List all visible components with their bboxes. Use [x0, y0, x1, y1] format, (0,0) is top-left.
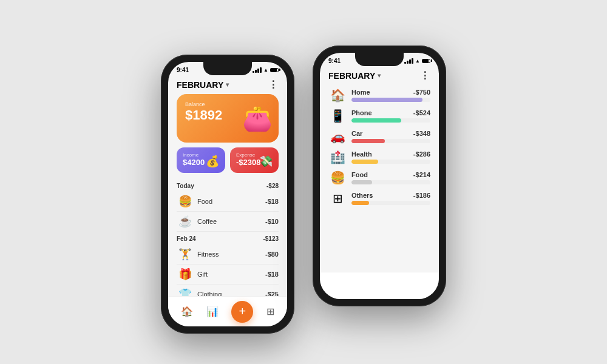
car-name: Car [351, 130, 362, 137]
category-phone[interactable]: 📱 Phone -$524 [328, 106, 430, 126]
category-car[interactable]: 🚗 Car -$348 [328, 126, 430, 147]
nav-chart-icon[interactable]: 📊 [206, 306, 219, 317]
left-month-label: FEBRUARY [177, 80, 223, 90]
car-category-icon: 🚗 [328, 129, 347, 144]
food-category-row: Food -$214 [351, 171, 430, 178]
phone-category-icon: 📱 [328, 109, 347, 123]
phone-bar-track [351, 118, 430, 123]
wifi-icon-left: ▲ [263, 67, 268, 73]
home-bar-track [351, 98, 430, 102]
status-time-left: 9:41 [177, 67, 189, 73]
home-bar-fill [351, 98, 422, 102]
right-phone: 9:41 ▲ FEBRUARY [313, 46, 446, 306]
right-month-label: FEBRUARY [328, 71, 375, 81]
status-time-right: 9:41 [328, 58, 341, 64]
health-amount: -$286 [413, 150, 430, 158]
others-name: Others [351, 192, 373, 199]
car-bar-fill [351, 139, 385, 143]
fab-add-button[interactable]: + [231, 301, 253, 323]
others-amount: -$186 [413, 192, 430, 199]
home-amount: -$750 [413, 89, 430, 96]
wallet-icon: 👛 [242, 104, 273, 133]
signal-bar-r3 [409, 59, 411, 64]
battery-left [270, 68, 279, 72]
balance-card: Balance $1892 👛 [177, 94, 279, 143]
transaction-gift[interactable]: 🎁 Gift -$18 [177, 265, 279, 285]
food-category-icon: 🍔 [328, 170, 347, 185]
today-total: -$28 [266, 183, 279, 189]
left-app-content: FEBRUARY ▾ ⋮ Balance $1892 👛 Income $420… [168, 75, 287, 326]
income-card: Income $4200 💰 [177, 147, 225, 173]
others-bar-fill [351, 201, 369, 205]
dots-menu-left[interactable]: ⋮ [268, 79, 279, 90]
gift-icon: 🎁 [177, 268, 194, 281]
feb24-label: Feb 24 [177, 235, 196, 242]
phone-category-info: Phone -$524 [351, 109, 430, 123]
food-name: Food [197, 198, 265, 205]
left-phone: 9:41 ▲ FEBRUARY [161, 55, 294, 334]
signal-bar-3 [257, 69, 259, 73]
chevron-down-icon-right: ▾ [378, 72, 381, 79]
others-category-row: Others -$186 [351, 192, 430, 199]
signal-bar-r4 [412, 58, 413, 64]
right-bottom-nav [320, 272, 439, 299]
signal-bar-4 [260, 67, 262, 73]
health-name: Health [351, 150, 372, 158]
dots-menu-right[interactable]: ⋮ [420, 70, 430, 81]
left-app-header: FEBRUARY ▾ ⋮ [177, 75, 279, 94]
feb24-total: -$123 [263, 235, 279, 242]
home-category-info: Home -$750 [351, 89, 430, 102]
income-icon: 💰 [206, 155, 219, 168]
right-phone-screen: 9:41 ▲ FEBRUARY [320, 53, 439, 299]
category-others[interactable]: ⊞ Others -$186 [328, 188, 430, 209]
food-bar-track [351, 180, 430, 184]
phone-amount: -$524 [413, 109, 430, 116]
coffee-name: Coffee [197, 218, 265, 225]
wifi-icon-right: ▲ [415, 58, 420, 64]
others-bar-track [351, 201, 430, 205]
food-category-info: Food -$214 [351, 171, 430, 184]
right-app-header: FEBRUARY ▾ ⋮ [328, 66, 430, 85]
right-app-content: FEBRUARY ▾ ⋮ 🏠 Home -$750 [320, 66, 439, 299]
today-section-header: Today -$28 [177, 179, 279, 192]
expense-card: Expense -$2308 💸 [230, 147, 279, 173]
coffee-icon: ☕ [177, 215, 194, 228]
coffee-amount: -$10 [265, 218, 279, 225]
home-category-icon: 🏠 [328, 88, 347, 103]
gift-amount: -$18 [265, 271, 279, 278]
category-food[interactable]: 🍔 Food -$214 [328, 167, 430, 188]
nav-grid-icon[interactable]: ⊞ [266, 306, 274, 317]
food-icon: 🍔 [177, 195, 194, 208]
nav-home-icon[interactable]: 🏠 [181, 306, 193, 317]
others-category-info: Others -$186 [351, 192, 430, 205]
health-category-icon: 🏥 [328, 150, 347, 164]
category-home[interactable]: 🏠 Home -$750 [328, 85, 430, 106]
others-category-icon: ⊞ [328, 191, 347, 206]
notch-left [203, 62, 252, 75]
expense-icon: 💸 [259, 155, 273, 168]
transaction-food[interactable]: 🍔 Food -$18 [177, 192, 279, 212]
car-category-info: Car -$348 [351, 130, 430, 143]
left-bottom-nav: 🏠 📊 + ⊞ [168, 296, 287, 326]
fitness-amount: -$80 [265, 251, 279, 258]
phone-bar-fill [351, 118, 401, 123]
battery-right [422, 59, 430, 63]
income-expense-row: Income $4200 💰 Expense -$2308 💸 [177, 147, 279, 173]
today-label: Today [177, 183, 194, 189]
left-month-title[interactable]: FEBRUARY ▾ [177, 80, 229, 90]
fitness-name: Fitness [197, 251, 265, 258]
category-health[interactable]: 🏥 Health -$286 [328, 147, 430, 167]
phone-category-row: Phone -$524 [351, 109, 430, 116]
signal-bar-2 [255, 70, 257, 73]
transaction-fitness[interactable]: 🏋️ Fitness -$80 [177, 244, 279, 265]
food-cat-name: Food [351, 171, 368, 178]
signal-bar-1 [253, 71, 254, 73]
transaction-coffee[interactable]: ☕ Coffee -$10 [177, 212, 279, 232]
right-month-title[interactable]: FEBRUARY ▾ [328, 71, 381, 81]
home-name: Home [351, 89, 370, 96]
phones-container: 9:41 ▲ FEBRUARY [161, 42, 446, 322]
food-cat-amount: -$214 [413, 171, 430, 178]
health-bar-track [351, 160, 430, 164]
car-amount: -$348 [413, 130, 430, 137]
health-bar-fill [351, 160, 378, 164]
